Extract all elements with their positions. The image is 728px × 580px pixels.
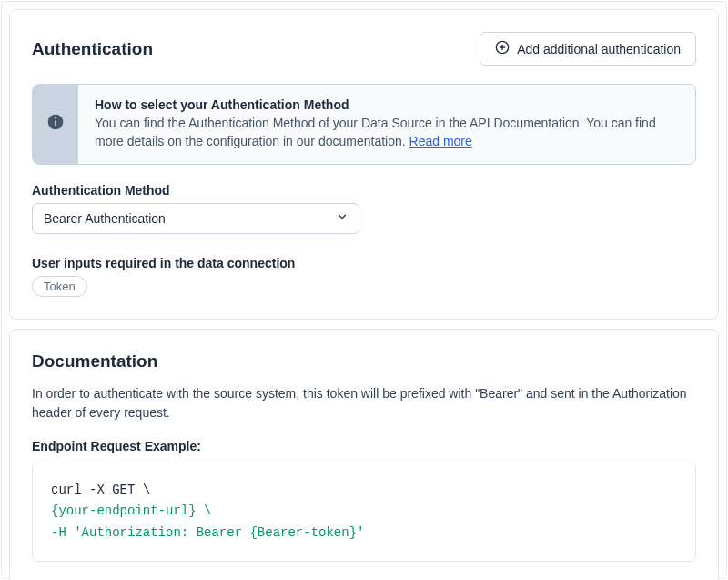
info-icon-column	[33, 85, 78, 164]
code-line-2: {your-endpoint-url} \	[51, 504, 211, 518]
code-block: curl -X GET \ {your-endpoint-url} \ -H '…	[32, 463, 696, 562]
info-content: How to select your Authentication Method…	[78, 85, 695, 164]
info-icon	[46, 113, 65, 135]
documentation-card: Documentation In order to authenticate w…	[9, 329, 719, 580]
user-inputs-label: User inputs required in the data connect…	[32, 256, 696, 270]
token-chip: Token	[32, 276, 87, 297]
code-line-1: curl -X GET \	[51, 483, 150, 497]
add-authentication-label: Add additional authentication	[517, 42, 681, 56]
documentation-desc: In order to authenticate with the source…	[32, 384, 696, 422]
info-callout-desc: You can find the Authentication Method o…	[95, 114, 679, 151]
info-callout-text: You can find the Authentication Method o…	[95, 116, 656, 148]
user-inputs-chips: Token	[32, 276, 696, 297]
add-authentication-button[interactable]: Add additional authentication	[480, 32, 696, 66]
svg-rect-4	[55, 121, 56, 127]
read-more-link[interactable]: Read more	[410, 134, 472, 148]
plus-circle-icon	[495, 40, 510, 57]
info-callout-title: How to select your Authentication Method	[95, 97, 679, 112]
svg-rect-5	[55, 117, 56, 119]
documentation-title: Documentation	[32, 351, 696, 371]
authentication-card: Authentication Add additional authentica…	[9, 9, 719, 320]
endpoint-example-label: Endpoint Request Example:	[32, 439, 696, 453]
card-header: Authentication Add additional authentica…	[32, 32, 696, 66]
auth-method-label: Authentication Method	[32, 183, 696, 198]
auth-method-select[interactable]: Bearer Authentication	[32, 203, 359, 234]
page-frame: Authentication Add additional authentica…	[1, 1, 727, 579]
info-callout: How to select your Authentication Method…	[32, 84, 696, 165]
authentication-title: Authentication	[32, 39, 153, 59]
auth-method-value: Bearer Authentication	[44, 211, 166, 226]
code-line-3: -H 'Authorization: Bearer {Bearer-token}…	[51, 525, 364, 540]
auth-method-select-wrap: Bearer Authentication	[32, 203, 359, 234]
